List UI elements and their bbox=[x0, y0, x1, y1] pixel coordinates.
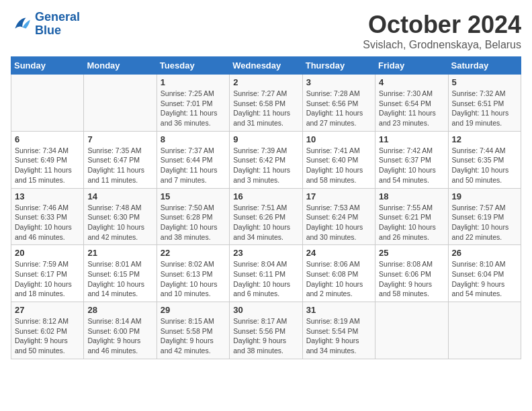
cell-details: Sunrise: 7:25 AMSunset: 7:01 PMDaylight:… bbox=[161, 89, 226, 128]
calendar-cell: 21Sunrise: 8:01 AMSunset: 6:15 PMDayligh… bbox=[84, 245, 157, 302]
cell-details: Sunrise: 7:27 AMSunset: 6:58 PMDaylight:… bbox=[233, 89, 298, 128]
day-number: 14 bbox=[87, 191, 152, 201]
day-number: 11 bbox=[379, 134, 444, 144]
calendar-cell: 18Sunrise: 7:55 AMSunset: 6:21 PMDayligh… bbox=[375, 188, 448, 245]
calendar-week-4: 20Sunrise: 7:59 AMSunset: 6:17 PMDayligh… bbox=[11, 245, 521, 302]
day-number: 6 bbox=[15, 134, 80, 144]
cell-details: Sunrise: 8:10 AMSunset: 6:04 PMDaylight:… bbox=[452, 259, 517, 299]
calendar-cell: 30Sunrise: 8:17 AMSunset: 5:56 PMDayligh… bbox=[230, 302, 302, 359]
calendar-week-5: 27Sunrise: 8:12 AMSunset: 6:02 PMDayligh… bbox=[11, 302, 521, 359]
cell-details: Sunrise: 7:37 AMSunset: 6:44 PMDaylight:… bbox=[161, 146, 226, 185]
cell-details: Sunrise: 7:28 AMSunset: 6:56 PMDaylight:… bbox=[306, 89, 371, 128]
weekday-header-friday: Friday bbox=[375, 57, 448, 75]
calendar-cell: 5Sunrise: 7:32 AMSunset: 6:51 PMDaylight… bbox=[448, 75, 521, 132]
day-number: 2 bbox=[233, 77, 298, 87]
logo: GeneralBlue bbox=[11, 11, 80, 38]
day-number: 3 bbox=[306, 77, 371, 87]
day-number: 23 bbox=[233, 248, 298, 258]
calendar-cell: 10Sunrise: 7:41 AMSunset: 6:40 PMDayligh… bbox=[302, 131, 375, 188]
day-number: 15 bbox=[161, 191, 226, 201]
cell-details: Sunrise: 7:34 AMSunset: 6:49 PMDaylight:… bbox=[15, 146, 80, 185]
day-number: 27 bbox=[15, 305, 80, 315]
weekday-header-tuesday: Tuesday bbox=[157, 57, 229, 75]
day-number: 21 bbox=[87, 248, 152, 258]
calendar-cell: 12Sunrise: 7:44 AMSunset: 6:35 PMDayligh… bbox=[448, 131, 521, 188]
cell-details: Sunrise: 7:35 AMSunset: 6:47 PMDaylight:… bbox=[87, 146, 152, 185]
cell-details: Sunrise: 8:04 AMSunset: 6:11 PMDaylight:… bbox=[233, 259, 298, 299]
day-number: 8 bbox=[161, 134, 226, 144]
day-number: 5 bbox=[452, 77, 517, 87]
day-number: 17 bbox=[306, 191, 371, 201]
calendar-cell: 6Sunrise: 7:34 AMSunset: 6:49 PMDaylight… bbox=[11, 131, 84, 188]
calendar-cell: 22Sunrise: 8:02 AMSunset: 6:13 PMDayligh… bbox=[157, 245, 229, 302]
cell-details: Sunrise: 8:19 AMSunset: 5:54 PMDaylight:… bbox=[306, 316, 371, 356]
cell-details: Sunrise: 7:48 AMSunset: 6:30 PMDaylight:… bbox=[87, 203, 152, 242]
calendar-week-1: 1Sunrise: 7:25 AMSunset: 7:01 PMDaylight… bbox=[11, 75, 521, 132]
weekday-header-monday: Monday bbox=[84, 57, 157, 75]
calendar-cell: 17Sunrise: 7:53 AMSunset: 6:24 PMDayligh… bbox=[302, 188, 375, 245]
day-number: 9 bbox=[233, 134, 298, 144]
logo-icon bbox=[11, 13, 32, 35]
calendar-cell: 3Sunrise: 7:28 AMSunset: 6:56 PMDaylight… bbox=[302, 75, 375, 132]
calendar-cell: 8Sunrise: 7:37 AMSunset: 6:44 PMDaylight… bbox=[157, 131, 229, 188]
cell-details: Sunrise: 7:59 AMSunset: 6:17 PMDaylight:… bbox=[15, 259, 80, 299]
cell-details: Sunrise: 8:12 AMSunset: 6:02 PMDaylight:… bbox=[15, 316, 80, 356]
calendar-cell: 13Sunrise: 7:46 AMSunset: 6:33 PMDayligh… bbox=[11, 188, 84, 245]
calendar-cell: 16Sunrise: 7:51 AMSunset: 6:26 PMDayligh… bbox=[230, 188, 302, 245]
calendar-cell: 24Sunrise: 8:06 AMSunset: 6:08 PMDayligh… bbox=[302, 245, 375, 302]
cell-details: Sunrise: 7:53 AMSunset: 6:24 PMDaylight:… bbox=[306, 203, 371, 242]
cell-details: Sunrise: 7:42 AMSunset: 6:37 PMDaylight:… bbox=[379, 146, 444, 185]
calendar-cell: 19Sunrise: 7:57 AMSunset: 6:19 PMDayligh… bbox=[448, 188, 521, 245]
day-number: 10 bbox=[306, 134, 371, 144]
day-number: 18 bbox=[379, 191, 444, 201]
cell-details: Sunrise: 7:39 AMSunset: 6:42 PMDaylight:… bbox=[233, 146, 298, 185]
cell-details: Sunrise: 8:02 AMSunset: 6:13 PMDaylight:… bbox=[161, 259, 226, 299]
cell-details: Sunrise: 7:46 AMSunset: 6:33 PMDaylight:… bbox=[15, 203, 80, 242]
day-number: 29 bbox=[161, 305, 226, 315]
day-number: 31 bbox=[306, 305, 371, 315]
cell-details: Sunrise: 8:08 AMSunset: 6:06 PMDaylight:… bbox=[379, 259, 444, 299]
calendar-cell: 1Sunrise: 7:25 AMSunset: 7:01 PMDaylight… bbox=[157, 75, 229, 132]
cell-details: Sunrise: 8:15 AMSunset: 5:58 PMDaylight:… bbox=[161, 316, 226, 356]
month-title: October 2024 bbox=[363, 11, 521, 39]
cell-details: Sunrise: 8:01 AMSunset: 6:15 PMDaylight:… bbox=[87, 259, 152, 299]
day-number: 7 bbox=[87, 134, 152, 144]
calendar-cell: 9Sunrise: 7:39 AMSunset: 6:42 PMDaylight… bbox=[230, 131, 302, 188]
calendar-cell: 2Sunrise: 7:27 AMSunset: 6:58 PMDaylight… bbox=[230, 75, 302, 132]
calendar-cell: 14Sunrise: 7:48 AMSunset: 6:30 PMDayligh… bbox=[84, 188, 157, 245]
cell-details: Sunrise: 7:57 AMSunset: 6:19 PMDaylight:… bbox=[452, 203, 517, 242]
cell-details: Sunrise: 7:41 AMSunset: 6:40 PMDaylight:… bbox=[306, 146, 371, 185]
cell-details: Sunrise: 8:17 AMSunset: 5:56 PMDaylight:… bbox=[233, 316, 298, 356]
cell-details: Sunrise: 7:50 AMSunset: 6:28 PMDaylight:… bbox=[161, 203, 226, 242]
weekday-header-row: SundayMondayTuesdayWednesdayThursdayFrid… bbox=[11, 57, 521, 75]
day-number: 4 bbox=[379, 77, 444, 87]
cell-details: Sunrise: 7:44 AMSunset: 6:35 PMDaylight:… bbox=[452, 146, 517, 185]
day-number: 1 bbox=[161, 77, 226, 87]
calendar-cell: 20Sunrise: 7:59 AMSunset: 6:17 PMDayligh… bbox=[11, 245, 84, 302]
calendar-cell bbox=[448, 302, 521, 359]
day-number: 20 bbox=[15, 248, 80, 258]
weekday-header-saturday: Saturday bbox=[448, 57, 521, 75]
calendar-week-2: 6Sunrise: 7:34 AMSunset: 6:49 PMDaylight… bbox=[11, 131, 521, 188]
cell-details: Sunrise: 7:51 AMSunset: 6:26 PMDaylight:… bbox=[233, 203, 298, 242]
calendar-cell bbox=[375, 302, 448, 359]
day-number: 19 bbox=[452, 191, 517, 201]
location: Svislach, Grodnenskaya, Belarus bbox=[363, 39, 521, 51]
calendar-cell: 15Sunrise: 7:50 AMSunset: 6:28 PMDayligh… bbox=[157, 188, 229, 245]
cell-details: Sunrise: 7:55 AMSunset: 6:21 PMDaylight:… bbox=[379, 203, 444, 242]
calendar-cell: 27Sunrise: 8:12 AMSunset: 6:02 PMDayligh… bbox=[11, 302, 84, 359]
logo-text: GeneralBlue bbox=[35, 11, 80, 38]
calendar-cell: 7Sunrise: 7:35 AMSunset: 6:47 PMDaylight… bbox=[84, 131, 157, 188]
day-number: 13 bbox=[15, 191, 80, 201]
calendar-cell bbox=[11, 75, 84, 132]
day-number: 22 bbox=[161, 248, 226, 258]
weekday-header-wednesday: Wednesday bbox=[230, 57, 302, 75]
calendar-cell: 28Sunrise: 8:14 AMSunset: 6:00 PMDayligh… bbox=[84, 302, 157, 359]
cell-details: Sunrise: 8:06 AMSunset: 6:08 PMDaylight:… bbox=[306, 259, 371, 299]
day-number: 24 bbox=[306, 248, 371, 258]
calendar-cell: 23Sunrise: 8:04 AMSunset: 6:11 PMDayligh… bbox=[230, 245, 302, 302]
day-number: 25 bbox=[379, 248, 444, 258]
cell-details: Sunrise: 7:32 AMSunset: 6:51 PMDaylight:… bbox=[452, 89, 517, 128]
title-block: October 2024 Svislach, Grodnenskaya, Bel… bbox=[363, 11, 521, 51]
day-number: 30 bbox=[233, 305, 298, 315]
